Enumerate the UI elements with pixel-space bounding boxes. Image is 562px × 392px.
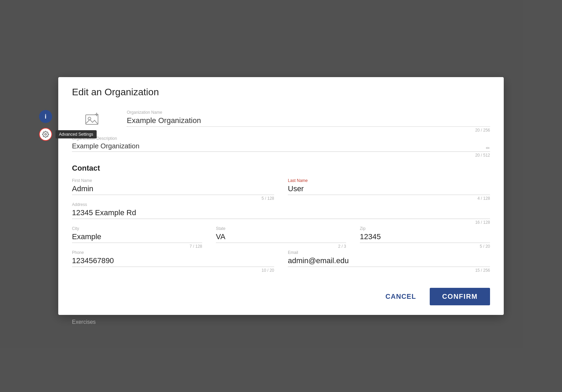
svg-point-0 [45,134,47,135]
state-label: State [216,226,346,231]
org-name-value: Example Organization [127,116,490,126]
dialog-header: Edit an Organization [58,77,504,103]
dialog-footer: CANCEL CONFIRM [58,281,504,315]
address-count: 16 / 128 [72,220,490,225]
last-name-value: User [288,184,490,195]
org-name-field[interactable]: Organization Name Example Organization 2… [127,110,490,133]
email-count: 15 / 256 [288,268,490,273]
edit-organization-dialog: Edit an Organization i Advanced Settings [58,77,504,315]
city-value: Example [72,232,202,243]
first-name-count: 5 / 128 [72,196,274,201]
phone-count: 10 / 20 [72,268,274,273]
description-underline: ✏ [72,151,490,152]
zip-field[interactable]: Zip 12345 5 / 20 [360,226,490,249]
phone-label: Phone [72,250,274,255]
last-name-count: 4 / 128 [288,196,490,201]
address-label: Address [72,202,490,207]
image-upload-icon [85,113,100,126]
city-state-zip-row: City Example 7 / 128 State VA 2 / 3 Zip … [72,226,490,249]
state-count: 2 / 3 [216,244,346,249]
dialog-body: i Advanced Settings [58,103,504,281]
phone-email-row: Phone 1234567890 10 / 20 Email admin@ema… [72,250,490,273]
name-row: First Name Admin 5 / 128 Last Name User … [72,178,490,201]
state-field[interactable]: State VA 2 / 3 [216,226,346,249]
last-name-label: Last Name [288,178,490,183]
modal-overlay: Edit an Organization i Advanced Settings [0,0,562,392]
cancel-button[interactable]: CANCEL [377,289,424,305]
background-hint: Exercises [72,319,96,325]
edit-icon[interactable]: ✏ [486,145,490,151]
city-label: City [72,226,202,231]
org-name-count: 20 / 256 [127,128,490,133]
svg-rect-1 [86,115,98,124]
confirm-button[interactable]: CONFIRM [430,288,490,305]
settings-tooltip: Advanced Settings [56,130,97,138]
top-section: Organization Name Example Organization 2… [72,110,490,133]
dialog-title: Edit an Organization [72,87,490,98]
zip-value: 12345 [360,232,490,243]
image-upload-button[interactable] [72,110,113,126]
org-name-underline [127,126,490,127]
info-icon[interactable]: i [39,110,52,123]
city-field[interactable]: City Example 7 / 128 [72,226,202,249]
address-row: Address 12345 Example Rd 16 / 128 [72,202,490,225]
contact-section: Contact First Name Admin 5 / 128 Last Na… [72,164,490,273]
first-name-field[interactable]: First Name Admin 5 / 128 [72,178,274,201]
first-name-label: First Name [72,178,274,183]
email-value: admin@email.edu [288,256,490,267]
description-section: Organization Description Example Organiz… [72,136,490,158]
settings-icon[interactable]: Advanced Settings [39,128,52,141]
state-value: VA [216,232,346,243]
email-label: Email [288,250,490,255]
sidebar-icons: i Advanced Settings [39,110,52,141]
zip-label: Zip [360,226,490,231]
last-name-field[interactable]: Last Name User 4 / 128 [288,178,490,201]
address-value: 12345 Example Rd [72,208,490,219]
description-value[interactable]: Example Organization [72,142,490,151]
address-field[interactable]: Address 12345 Example Rd 16 / 128 [72,202,490,225]
description-label: Organization Description [72,136,490,141]
phone-field[interactable]: Phone 1234567890 10 / 20 [72,250,274,273]
contact-title: Contact [72,164,490,173]
first-name-value: Admin [72,184,274,195]
email-field[interactable]: Email admin@email.edu 15 / 256 [288,250,490,273]
description-count: 20 / 512 [72,153,490,158]
city-count: 7 / 128 [72,244,202,249]
org-name-label: Organization Name [127,110,490,115]
zip-count: 5 / 20 [360,244,490,249]
phone-value: 1234567890 [72,256,274,267]
